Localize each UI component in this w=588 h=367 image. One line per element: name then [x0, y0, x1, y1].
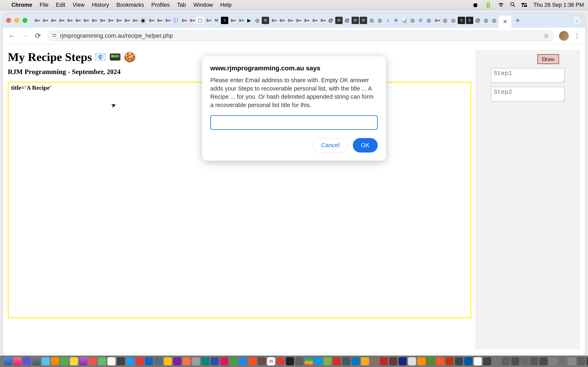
browser-tab[interactable]: S [466, 17, 473, 24]
browser-tab[interactable]: @ [327, 17, 334, 24]
browser-tab[interactable]: 🚀 [205, 17, 212, 24]
edit-menu[interactable]: Edit [56, 2, 66, 8]
close-tab-icon[interactable]: ✕ [503, 18, 507, 25]
dock-app-icon[interactable] [455, 357, 463, 365]
browser-tab[interactable]: 🚀 [58, 17, 65, 24]
dock-app-icon[interactable] [314, 357, 322, 365]
browser-tab[interactable]: ◉ [139, 17, 147, 24]
browser-tab[interactable]: ◎ [368, 17, 375, 24]
dock-app-icon[interactable] [436, 357, 444, 365]
dock-app-icon[interactable] [568, 357, 576, 365]
dock-app-icon[interactable] [511, 357, 519, 365]
dock-app-icon[interactable] [502, 357, 510, 365]
browser-tab[interactable]: 🚀 [229, 17, 236, 24]
help-menu[interactable]: Help [220, 2, 232, 8]
dock-app-icon[interactable] [164, 357, 172, 365]
bookmarks-menu[interactable]: Bookmarks [116, 2, 144, 8]
browser-tab[interactable]: 🚀 [303, 17, 310, 24]
browser-tab[interactable]: 🚀 [147, 17, 155, 24]
dock-app-icon[interactable] [201, 357, 209, 365]
dock-app-icon[interactable] [389, 357, 397, 365]
dock-app-icon[interactable] [61, 357, 69, 365]
browser-tab[interactable]: 🚀 [180, 17, 187, 24]
browser-tab[interactable]: ◎ [425, 17, 432, 24]
browser-tab[interactable]: 🚀 [270, 17, 277, 24]
wifi-icon[interactable] [498, 2, 504, 8]
dock-app-icon[interactable] [305, 357, 313, 365]
dock-app-icon[interactable] [136, 357, 144, 365]
dock-app-icon[interactable] [558, 357, 566, 365]
browser-tab[interactable]: 🚀 [90, 17, 98, 24]
browser-tab[interactable]: 🚀 [41, 17, 49, 24]
dock-app-icon[interactable] [342, 357, 350, 365]
browser-tab[interactable]: ◎ [441, 17, 449, 24]
app-menu[interactable]: Chrome [11, 2, 32, 8]
bookmark-star-icon[interactable]: ☆ [543, 32, 549, 40]
browser-tab[interactable]: 🚀 [131, 17, 138, 24]
browser-tab[interactable]: ◎ [482, 17, 490, 24]
maximize-window-button[interactable] [22, 18, 27, 23]
browser-tab[interactable]: M [335, 17, 343, 24]
view-menu[interactable]: View [73, 2, 85, 8]
dock-app-icon[interactable] [154, 357, 163, 365]
dock-app-icon[interactable] [4, 357, 12, 365]
dock-app-icon[interactable] [79, 357, 87, 365]
back-button[interactable]: ← [8, 32, 16, 40]
control-center-icon[interactable] [521, 2, 527, 8]
browser-tab[interactable]: 🚀 [107, 17, 114, 24]
browser-tab[interactable]: 🚀 [33, 17, 40, 24]
browser-tab[interactable]: M [213, 17, 220, 24]
dock-app-icon[interactable] [192, 357, 200, 365]
close-window-button[interactable] [6, 18, 11, 23]
cancel-button[interactable]: Cancel [313, 138, 348, 152]
dock-app-icon[interactable] [23, 357, 31, 365]
browser-tab[interactable]: 🚀 [433, 17, 441, 24]
dock-app-icon[interactable] [32, 357, 40, 365]
profiles-menu[interactable]: Profiles [151, 2, 170, 8]
chrome-menu-icon[interactable]: ⋮ [574, 32, 580, 40]
browser-tab[interactable]: 🚀 [319, 17, 326, 24]
browser-tab[interactable]: ◎ [376, 17, 383, 24]
file-menu[interactable]: File [40, 2, 49, 8]
dock-app-icon[interactable] [361, 357, 369, 365]
browser-tab[interactable]: 🚀 [115, 17, 122, 24]
browser-tab[interactable]: 🚀 [49, 17, 57, 24]
browser-tab[interactable]: 📊 [401, 17, 408, 24]
dock-app-icon[interactable] [117, 357, 125, 365]
browser-tab[interactable]: 🚀 [278, 17, 285, 24]
tab-menu[interactable]: Tab [177, 2, 186, 8]
dock-app-icon[interactable] [98, 357, 106, 365]
reload-button[interactable]: ⟳ [34, 32, 42, 40]
browser-tab[interactable]: S [458, 17, 465, 24]
browser-tab[interactable]: ↓L [384, 17, 392, 24]
email-icon[interactable]: 📧 [94, 51, 107, 63]
browser-tab[interactable]: @ [474, 17, 481, 24]
dock-app-icon[interactable] [277, 357, 285, 365]
browser-tab[interactable]: M [352, 17, 359, 24]
browser-tab[interactable]: 🚀 [74, 17, 81, 24]
browser-tab[interactable]: ▢ [196, 17, 204, 24]
dock-app-icon[interactable] [323, 357, 332, 365]
browser-tab[interactable]: ◎ [409, 17, 416, 24]
dock-app-icon[interactable] [89, 357, 97, 365]
browser-tab[interactable]: 🚀 [294, 17, 302, 24]
cookie-icon[interactable]: 🍪 [124, 51, 136, 63]
dock-app-icon[interactable] [211, 357, 219, 365]
dock-app-icon[interactable] [333, 357, 341, 365]
browser-tab[interactable]: 🚀 [164, 17, 171, 24]
dock-app-icon[interactable] [126, 357, 134, 365]
active-tab[interactable]: ✕ [499, 16, 511, 28]
draw-button[interactable]: Draw [537, 54, 559, 64]
browser-tab[interactable]: M [262, 17, 269, 24]
video-icon[interactable]: 📟 [109, 51, 121, 63]
dock-app-icon[interactable] [286, 357, 294, 365]
dock-app-icon[interactable] [13, 357, 22, 365]
minimize-window-button[interactable] [14, 18, 19, 23]
dock-app-icon[interactable] [417, 357, 425, 365]
address-bar[interactable]: rjmprogramming.com.au/recipe_helper.php … [47, 30, 554, 42]
site-info-icon[interactable] [52, 33, 57, 39]
browser-tab[interactable]: 🚀 [311, 17, 318, 24]
dock-app-icon[interactable] [483, 357, 491, 365]
dock-app-icon[interactable] [258, 357, 266, 365]
record-icon[interactable]: ⏺ [472, 2, 478, 8]
